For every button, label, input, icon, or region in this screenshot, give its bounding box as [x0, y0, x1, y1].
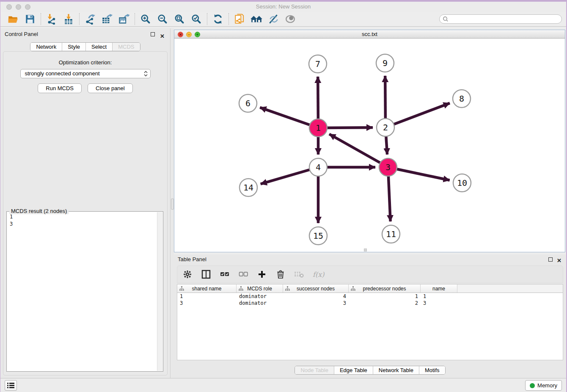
- zoom-selected-icon[interactable]: [188, 13, 205, 25]
- panel-splitter[interactable]: [170, 28, 174, 378]
- column-layout-icon[interactable]: [201, 269, 211, 279]
- add-column-icon[interactable]: [257, 269, 267, 279]
- zoom-fit-icon[interactable]: [171, 13, 188, 25]
- node-1[interactable]: 1: [309, 119, 327, 137]
- memory-button[interactable]: Memory: [525, 380, 562, 391]
- new-network-icon[interactable]: [231, 13, 248, 25]
- mcds-result-item: 1: [10, 213, 163, 221]
- network-close-button[interactable]: ✕: [178, 32, 183, 37]
- window-minimize-button[interactable]: [16, 4, 21, 10]
- close-panel-button[interactable]: Close panel: [88, 83, 133, 93]
- tab-network[interactable]: Network: [30, 43, 62, 51]
- tab-node-table[interactable]: Node Table: [295, 366, 334, 374]
- node-15[interactable]: 15: [309, 227, 327, 245]
- application-window: Session: New Session: [0, 0, 567, 392]
- toolbar-separator: [135, 13, 135, 25]
- close-table-panel-icon[interactable]: ✕: [557, 256, 561, 266]
- criterion-dropdown-value: strongly connected component: [25, 70, 100, 77]
- task-history-button[interactable]: [5, 380, 17, 391]
- mcds-result-title: MCDS result (2 nodes): [9, 208, 69, 214]
- function-builder-icon[interactable]: f(x): [313, 271, 324, 279]
- export-network-icon[interactable]: [82, 13, 99, 25]
- edge-3-10[interactable]: [388, 167, 450, 180]
- table-tabs: Node Table Edge Table Network Table Moti…: [295, 366, 445, 375]
- search-input[interactable]: [451, 15, 561, 23]
- node-4[interactable]: 4: [309, 158, 327, 176]
- network-canvas[interactable]: 1234678910111415: [174, 39, 565, 252]
- cell-successor-nodes: 3: [283, 300, 349, 306]
- memory-status-icon: [530, 383, 535, 388]
- edge-2-8[interactable]: [385, 103, 450, 127]
- result-scrollbar[interactable]: [157, 212, 162, 371]
- node-14[interactable]: 14: [239, 179, 257, 196]
- tab-select[interactable]: Select: [86, 43, 113, 51]
- tab-edge-table[interactable]: Edge Table: [334, 366, 373, 374]
- table-panel-title: Table Panel: [178, 256, 206, 262]
- hide-panel-icon[interactable]: [265, 13, 282, 25]
- zoom-in-icon[interactable]: [137, 13, 154, 25]
- close-panel-icon[interactable]: ✕: [160, 30, 165, 42]
- table-panel: Table Panel ✕: [174, 254, 566, 378]
- window-close-button[interactable]: [6, 4, 12, 10]
- network-minimize-button[interactable]: −: [186, 32, 192, 37]
- criterion-dropdown[interactable]: strongly connected component: [20, 69, 151, 78]
- toolbar-separator: [41, 13, 41, 25]
- column-header-name[interactable]: name: [421, 284, 457, 293]
- zoom-out-icon[interactable]: [154, 13, 171, 25]
- node-11[interactable]: 11: [382, 225, 400, 243]
- column-header-predecessor-nodes[interactable]: predecessor nodes: [349, 284, 421, 293]
- node-2[interactable]: 2: [377, 119, 394, 136]
- table-row[interactable]: 3 dominator 3 2 3: [177, 300, 563, 306]
- tab-style[interactable]: Style: [62, 43, 86, 51]
- export-image-icon[interactable]: [116, 13, 132, 25]
- window-resize-handle[interactable]: [364, 248, 367, 251]
- svg-text:7: 7: [315, 59, 320, 69]
- toolbar-separator: [79, 13, 80, 25]
- delete-table-icon[interactable]: [294, 269, 304, 279]
- search-icon: [443, 16, 449, 22]
- tab-network-table[interactable]: Network Table: [373, 366, 419, 374]
- home-icon[interactable]: [248, 13, 265, 25]
- svg-text:15: 15: [313, 231, 323, 241]
- show-panel-icon[interactable]: [282, 13, 299, 25]
- column-header-shared-name[interactable]: shared name: [177, 284, 237, 293]
- import-network-icon[interactable]: [43, 13, 60, 25]
- float-table-panel-icon[interactable]: [548, 257, 553, 262]
- column-label: successor nodes: [297, 286, 335, 292]
- table-row[interactable]: 1 dominator 4 1 1: [177, 293, 563, 300]
- attribute-type-icon: [351, 286, 355, 291]
- refresh-view-icon[interactable]: [209, 13, 226, 25]
- table-panel-header: Table Panel ✕: [174, 254, 566, 265]
- node-3[interactable]: 3: [379, 158, 397, 176]
- node-7[interactable]: 7: [309, 55, 327, 73]
- float-panel-icon[interactable]: [151, 32, 155, 36]
- window-titlebar: Session: New Session: [0, 2, 566, 12]
- node-10[interactable]: 10: [453, 174, 471, 192]
- export-table-icon[interactable]: [99, 13, 116, 25]
- control-panel-tabrow: Network Style Select MCDS: [0, 42, 170, 51]
- import-table-icon[interactable]: [60, 13, 77, 25]
- column-header-successor-nodes[interactable]: successor nodes: [283, 284, 349, 293]
- window-zoom-button[interactable]: [25, 4, 30, 10]
- tab-motifs[interactable]: Motifs: [419, 366, 445, 374]
- run-mcds-button[interactable]: Run MCDS: [38, 83, 82, 93]
- save-session-icon[interactable]: [22, 13, 39, 25]
- splitter-handle[interactable]: [171, 199, 174, 210]
- open-session-icon[interactable]: [5, 13, 22, 25]
- tab-mcds[interactable]: MCDS: [113, 43, 140, 51]
- mcds-result-item: 3: [10, 221, 163, 228]
- search-box[interactable]: [439, 14, 562, 24]
- node-8[interactable]: 8: [453, 90, 471, 108]
- edge-3-1[interactable]: [329, 134, 388, 167]
- deselect-all-icon[interactable]: [238, 269, 248, 279]
- column-header-mcds-role[interactable]: MCDS role: [237, 284, 283, 293]
- control-panel-header: Control Panel ✕: [0, 28, 170, 40]
- node-9[interactable]: 9: [376, 54, 394, 72]
- header-filler: [457, 284, 563, 293]
- network-maximize-button[interactable]: +: [195, 32, 200, 37]
- select-all-icon[interactable]: [220, 269, 230, 279]
- network-graph[interactable]: 1234678910111415: [174, 39, 566, 252]
- table-settings-icon[interactable]: [182, 269, 193, 279]
- node-6[interactable]: 6: [239, 94, 257, 112]
- delete-column-icon[interactable]: [275, 269, 286, 279]
